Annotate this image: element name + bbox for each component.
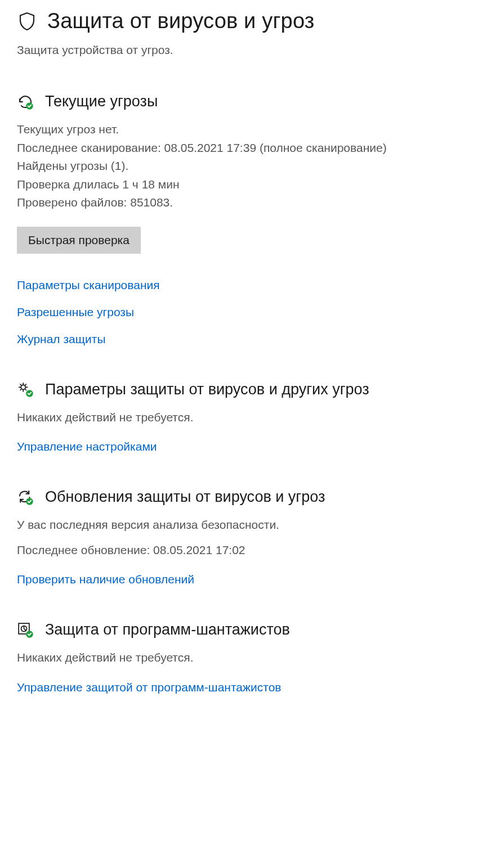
files-checked-text: Проверено файлов: 851083. bbox=[17, 194, 474, 212]
page-subtitle: Защита устройства от угроз. bbox=[17, 43, 474, 57]
last-update-text: Последнее обновление: 08.05.2021 17:02 bbox=[17, 541, 474, 560]
no-threats-text: Текущих угроз нет. bbox=[17, 120, 474, 139]
svg-point-1 bbox=[21, 385, 25, 389]
refresh-check-icon bbox=[17, 489, 34, 506]
current-threats-title: Текущие угрозы bbox=[45, 93, 158, 110]
allowed-threats-link[interactable]: Разрешенные угрозы bbox=[17, 305, 134, 319]
ransomware-check-icon bbox=[17, 622, 34, 638]
protection-settings-section: Параметры защиты от вирусов и других угр… bbox=[17, 381, 474, 454]
protection-settings-header: Параметры защиты от вирусов и других угр… bbox=[17, 381, 474, 398]
updates-header: Обновления защиты от вирусов и угроз bbox=[17, 488, 474, 506]
history-check-icon bbox=[17, 93, 34, 110]
current-threats-header: Текущие угрозы bbox=[17, 93, 474, 110]
scan-duration-text: Проверка длилась 1 ч 18 мин bbox=[17, 176, 474, 194]
updates-title: Обновления защиты от вирусов и угроз bbox=[45, 488, 325, 506]
gear-check-icon bbox=[17, 381, 34, 398]
manage-ransomware-link[interactable]: Управление защитой от программ-шантажист… bbox=[17, 681, 282, 694]
ransomware-header: Защита от программ-шантажистов bbox=[17, 621, 474, 638]
page-header: Защита от вирусов и угроз bbox=[17, 9, 474, 33]
scan-options-link[interactable]: Параметры сканирования bbox=[17, 278, 160, 292]
updates-section: Обновления защиты от вирусов и угроз У в… bbox=[17, 488, 474, 586]
quick-scan-button[interactable]: Быстрая проверка bbox=[17, 227, 141, 254]
updates-status: У вас последняя версия анализа безопасно… bbox=[17, 516, 474, 534]
shield-icon bbox=[17, 11, 37, 32]
current-threats-section: Текущие угрозы Текущих угроз нет. Послед… bbox=[17, 93, 474, 346]
protection-history-link[interactable]: Журнал защиты bbox=[17, 332, 106, 346]
ransomware-section: Защита от программ-шантажистов Никаких д… bbox=[17, 621, 474, 694]
ransomware-status: Никаких действий не требуется. bbox=[17, 649, 474, 667]
ransomware-title: Защита от программ-шантажистов bbox=[45, 621, 290, 638]
page-title: Защита от вирусов и угроз bbox=[47, 9, 314, 33]
check-updates-link[interactable]: Проверить наличие обновлений bbox=[17, 573, 194, 586]
manage-settings-link[interactable]: Управление настройками bbox=[17, 440, 157, 453]
last-scan-text: Последнее сканирование: 08.05.2021 17:39… bbox=[17, 139, 474, 158]
found-threats-text: Найдены угрозы (1). bbox=[17, 157, 474, 176]
protection-settings-status: Никаких действий не требуется. bbox=[17, 408, 474, 427]
protection-settings-title: Параметры защиты от вирусов и других угр… bbox=[45, 381, 369, 398]
